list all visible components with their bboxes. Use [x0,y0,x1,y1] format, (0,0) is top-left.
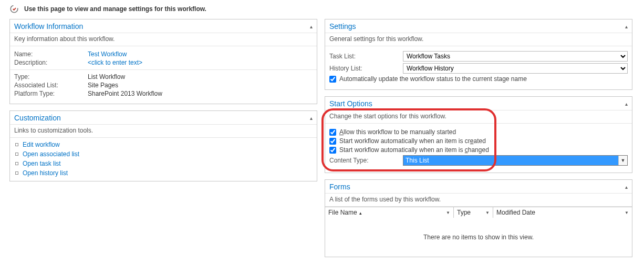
square-bullet-icon [15,171,18,175]
panel-header[interactable]: Start Options ▴ [325,97,632,110]
workflow-settings-icon [9,4,19,14]
chevron-up-icon: ▴ [625,101,628,107]
label-name: Name: [14,50,88,58]
link-open-task-list[interactable]: Open task list [15,160,311,167]
forms-grid-empty-message: There are no items to show in this view. [325,218,632,257]
link-edit-workflow[interactable]: Edit workflow [15,141,311,148]
panel-subtitle: Change the start options for this workfl… [325,110,632,124]
link-open-associated-list[interactable]: Open associated list [15,150,311,158]
forms-grid-header: File Name▴ ▼ Type ▼ Modified Date ▼ [325,207,632,218]
panel-forms: Forms ▴ A list of the forms used by this… [325,179,632,257]
value-name[interactable]: Test Workflow [88,50,127,58]
chevron-up-icon: ▴ [625,24,628,29]
label-auto-update-status: Automatically update the workflow status… [339,75,527,83]
panel-title: Settings [329,22,356,31]
chevron-up-icon: ▴ [310,24,313,29]
panel-subtitle: Key information about this workflow. [10,33,317,46]
select-task-list[interactable]: Workflow Tasks [403,51,628,62]
panel-settings: Settings ▴ General settings for this wor… [325,19,632,90]
customization-links: Edit workflow Open associated list Open … [10,138,317,181]
chevron-down-icon: ▼ [625,210,629,215]
select-content-type-value: This List [403,156,618,165]
chevron-down-icon: ▼ [446,210,450,215]
panel-header[interactable]: Forms ▴ [325,180,632,194]
label-associated-list: Associated List: [14,82,88,89]
sort-asc-icon: ▴ [359,210,362,216]
chevron-up-icon: ▴ [625,184,628,190]
panel-start-options: Start Options ▴ Change the start options… [325,96,632,173]
link-label: Open task list [23,160,61,167]
checkbox-start-on-created[interactable] [329,138,336,145]
chevron-down-icon: ▼ [618,156,627,165]
label-description: Description: [14,59,88,66]
panel-header[interactable]: Customization ▴ [10,111,317,125]
select-history-list[interactable]: Workflow History [403,63,628,74]
square-bullet-icon [15,162,18,165]
value-associated-list: Site Pages [88,82,118,89]
link-open-history-list[interactable]: Open history list [15,169,311,177]
label-start-on-changed: Start workflow automatically when an ite… [339,146,489,154]
column-header-type[interactable]: Type ▼ [454,207,493,218]
square-bullet-icon [15,143,18,146]
label-history-list: History List: [329,65,403,72]
label-start-on-created: Start workflow automatically when an ite… [339,137,486,145]
label-manual-start: Allow this workflow to be manually start… [339,128,456,136]
panel-customization: Customization ▴ Links to customization t… [9,110,317,181]
label-task-list: Task List: [329,53,403,60]
link-label: Edit workflow [23,141,60,148]
panel-title: Customization [14,114,61,122]
chevron-up-icon: ▴ [310,115,313,121]
square-bullet-icon [15,153,18,156]
right-column: Settings ▴ General settings for this wor… [325,19,632,257]
description-placeholder[interactable]: <click to enter text> [88,59,142,66]
chevron-down-icon: ▼ [485,210,490,215]
column-header-modified-date[interactable]: Modified Date ▼ [493,207,632,218]
panel-header[interactable]: Workflow Information ▴ [10,19,317,33]
panel-header[interactable]: Settings ▴ [325,19,632,33]
checkbox-start-on-changed[interactable] [329,147,336,154]
panel-subtitle: Links to customization tools. [10,125,317,138]
panel-workflow-information: Workflow Information ▴ Key information a… [9,19,317,104]
label-platform-type: Platform Type: [14,90,88,97]
checkbox-auto-update-status[interactable] [329,76,336,83]
column-header-file-name[interactable]: File Name▴ ▼ [325,207,454,218]
label-type: Type: [14,73,88,80]
value-platform-type: SharePoint 2013 Workflow [88,90,162,97]
value-type: List Workflow [88,73,125,80]
select-content-type[interactable]: This List ▼ [403,155,628,166]
checkbox-manual-start[interactable] [329,129,336,136]
panel-title: Workflow Information [14,22,83,31]
page-intro-text: Use this page to view and manage setting… [24,5,206,13]
panel-subtitle: General settings for this workflow. [325,33,632,46]
panel-title: Forms [329,183,350,191]
link-label: Open associated list [23,150,79,158]
link-label: Open history list [23,169,68,177]
label-content-type: Content Type: [329,157,403,164]
page-header: Use this page to view and manage setting… [0,0,644,19]
panel-subtitle: A list of the forms used by this workflo… [325,194,632,207]
panel-title: Start Options [329,99,372,108]
svg-point-0 [11,5,18,13]
left-column: Workflow Information ▴ Key information a… [9,19,317,181]
